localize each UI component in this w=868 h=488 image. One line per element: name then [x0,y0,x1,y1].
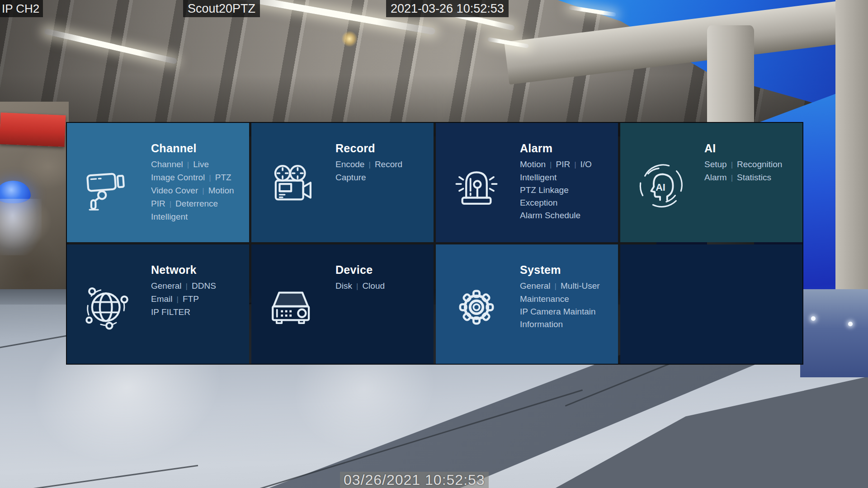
menu-tile-channel[interactable]: Channel Channel|LiveImage Control|PTZVid… [67,123,249,242]
menu-link-row: Disk|Cloud [335,280,429,293]
menu-link-row: General|DDNS [151,280,245,293]
lens-flare [341,31,358,47]
menu-link-record[interactable]: Record [375,160,402,169]
tile-title: Device [335,263,429,277]
menu-link-recognition[interactable]: Recognition [737,160,782,169]
menu-link-ip-filter[interactable]: IP FILTER [151,307,190,317]
menu-link-row: Maintenance [520,293,613,305]
concrete-column [835,0,868,298]
menu-link-alarm-schedule[interactable]: Alarm Schedule [520,211,580,220]
cctv-camera-icon [67,123,148,242]
menu-link-row: Image Control|PTZ [151,171,245,184]
osd-datetime-bottom: 03/26/2021 10:52:53 [340,472,489,488]
menu-link-motion[interactable]: Motion [208,186,234,195]
globe-icon [67,244,148,364]
siren-icon [436,123,517,242]
svg-text:AI: AI [656,182,665,193]
ai-head-icon: AI [620,123,702,242]
osd-channel-label: IP CH2 [0,0,43,17]
menu-link-row: IP FILTER [151,306,245,319]
main-menu-panel: Channel Channel|LiveImage Control|PTZVid… [66,122,803,365]
menu-link-row: Exception [520,197,613,209]
menu-link-ptz[interactable]: PTZ [215,173,231,182]
menu-link-pir[interactable]: PIR [151,199,165,208]
link-separator: | [550,160,552,169]
menu-link-disk[interactable]: Disk [335,281,352,291]
menu-link-row: Setup|Recognition [704,158,798,171]
menu-link-row: Intelligent [151,211,245,223]
menu-link-general[interactable]: General [151,281,182,291]
menu-link-deterrence[interactable]: Deterrence [175,199,218,208]
tile-title: System [520,263,613,277]
tile-links: Disk|Cloud [335,280,429,293]
dock-light [848,322,853,326]
menu-link-row: Capture [335,171,429,184]
menu-link-alarm[interactable]: Alarm [704,173,727,182]
menu-link-general[interactable]: General [520,281,551,291]
menu-link-row: Alarm Schedule [520,209,613,222]
link-separator: | [209,174,211,182]
menu-link-row: PIR|Deterrence [151,197,245,211]
menu-link-row: Encode|Record [335,158,429,171]
tile-title: Network [151,263,245,277]
osd-datetime-top: 2021-03-26 10:52:53 [386,0,509,17]
menu-link-statistics[interactable]: Statistics [737,173,771,182]
menu-link-ftp[interactable]: FTP [183,294,199,304]
menu-link-row: Channel|Live [151,158,245,171]
tile-links: Channel|LiveImage Control|PTZVideo Cover… [151,158,245,223]
menu-link-email[interactable]: Email [151,294,173,304]
menu-link-cloud[interactable]: Cloud [362,281,385,291]
link-separator: | [731,174,733,182]
tile-title: Channel [151,142,245,155]
red-panel [0,113,66,147]
menu-link-row: IP Camera Maintain [520,305,613,318]
menu-link-encode[interactable]: Encode [335,160,364,169]
link-separator: | [368,160,370,169]
link-separator: | [555,282,557,291]
menu-link-live[interactable]: Live [193,160,209,169]
tile-links: Motion|PIR|I/OIntelligentPTZ LinkageExce… [520,158,613,222]
rock-highlight [0,199,42,255]
menu-link-row: General|Multi-User [520,280,613,293]
menu-link-ddns[interactable]: DDNS [192,281,216,291]
link-separator: | [574,160,576,169]
menu-link-maintenance[interactable]: Maintenance [520,294,569,304]
menu-tile-system[interactable]: System General|Multi-UserMaintenanceIP C… [436,244,618,364]
film-camera-icon [251,123,333,242]
menu-link-channel[interactable]: Channel [151,160,183,169]
menu-link-row: Video Cover|Motion [151,184,245,197]
tile-links: General|Multi-UserMaintenanceIP Camera M… [520,280,613,331]
gear-icon [436,244,517,364]
menu-tile-ai[interactable]: AI AI Setup|RecognitionAlarm|Statistics [620,123,802,242]
menu-link-row: Motion|PIR|I/O [520,158,613,171]
tile-links: General|DDNSEmail|FTPIP FILTER [151,280,245,319]
menu-tile-alarm[interactable]: Alarm Motion|PIR|I/OIntelligentPTZ Linka… [436,123,618,242]
link-separator: | [177,295,179,304]
menu-link-ptz-linkage[interactable]: PTZ Linkage [520,185,569,195]
tile-links: Setup|RecognitionAlarm|Statistics [704,158,798,184]
menu-link-setup[interactable]: Setup [704,160,727,169]
tile-links: Encode|RecordCapture [335,158,429,184]
menu-tile-record[interactable]: Record Encode|RecordCapture [251,123,434,242]
menu-link-ip-camera-maintain[interactable]: IP Camera Maintain [520,307,596,316]
link-separator: | [186,282,188,291]
loading-dock-kerb [800,289,868,377]
menu-link-intelligent[interactable]: Intelligent [151,212,188,221]
menu-link-multi-user[interactable]: Multi-User [561,281,600,291]
menu-link-image-control[interactable]: Image Control [151,173,205,182]
menu-link-exception[interactable]: Exception [520,198,557,207]
menu-link-motion[interactable]: Motion [520,160,546,169]
menu-link-pir[interactable]: PIR [556,160,570,169]
menu-link-capture[interactable]: Capture [335,173,366,182]
menu-link-video-cover[interactable]: Video Cover [151,186,198,195]
menu-tile-network[interactable]: Network General|DDNSEmail|FTPIP FILTER [67,244,249,364]
link-separator: | [187,160,189,169]
link-separator: | [202,187,204,195]
menu-tile-device[interactable]: Device Disk|Cloud [251,244,434,364]
menu-link-information[interactable]: Information [520,319,563,329]
link-separator: | [731,160,733,169]
menu-link-i-o[interactable]: I/O [580,160,592,169]
dock-light [811,316,816,321]
menu-link-row: PTZ Linkage [520,184,613,197]
menu-link-intelligent[interactable]: Intelligent [520,173,557,182]
